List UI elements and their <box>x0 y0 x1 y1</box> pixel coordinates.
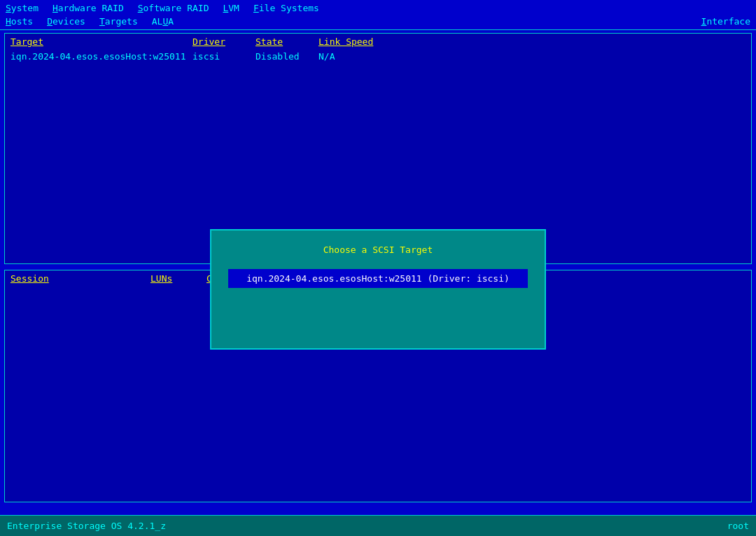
menu-alua[interactable]: ALUA <box>152 16 174 27</box>
table-row[interactable]: iqn.2024-04.esos.esosHost:w25011 iscsi D… <box>5 50 751 63</box>
modal-spacer <box>225 292 531 334</box>
status-right: root <box>727 521 749 531</box>
col-header-driver[interactable]: Driver <box>192 36 255 47</box>
cell-target: iqn.2024-04.esos.esosHost:w25011 <box>10 51 192 62</box>
modal-title: Choose a SCSI Target <box>225 245 531 255</box>
modal-option[interactable]: iqn.2024-04.esos.esosHost:w25011 (Driver… <box>228 269 528 288</box>
menu-bar: System Hardware RAID Software RAID LVM F… <box>0 0 756 30</box>
cell-state: Disabled <box>255 51 318 62</box>
menu-targets[interactable]: Targets <box>99 16 138 27</box>
col-header-state[interactable]: State <box>255 36 318 47</box>
menu-software-raid[interactable]: Software RAID <box>138 3 209 13</box>
menu-file-systems[interactable]: File Systems <box>253 3 319 13</box>
status-bar: Enterprise Storage OS 4.2.1_z root <box>0 515 756 536</box>
menu-interface[interactable]: Interface <box>701 16 750 27</box>
col-header-target[interactable]: Target <box>10 36 192 47</box>
cell-driver: iscsi <box>192 51 255 62</box>
col-header-linkspeed[interactable]: Link Speed <box>318 36 402 47</box>
col-header-session[interactable]: Session <box>10 273 150 284</box>
menu-devices[interactable]: Devices <box>47 16 85 27</box>
col-header-luns[interactable]: LUNs <box>150 273 206 284</box>
menu-row2: Hosts Devices Targets ALUA Interface <box>0 15 756 29</box>
cell-linkspeed: N/A <box>318 51 402 62</box>
status-left: Enterprise Storage OS 4.2.1_z <box>7 521 166 531</box>
menu-row1: System Hardware RAID Software RAID LVM F… <box>0 0 756 15</box>
menu-hosts[interactable]: Hosts <box>6 16 33 27</box>
menu-lvm[interactable]: LVM <box>223 3 239 13</box>
menu-row2-left: Hosts Devices Targets ALUA <box>6 16 174 27</box>
modal-dialog: Choose a SCSI Target iqn.2024-04.esos.es… <box>210 229 546 350</box>
menu-hardware-raid[interactable]: Hardware RAID <box>52 3 124 13</box>
menu-system[interactable]: System <box>6 3 38 13</box>
targets-table-header: Target Driver State Link Speed <box>5 34 751 50</box>
